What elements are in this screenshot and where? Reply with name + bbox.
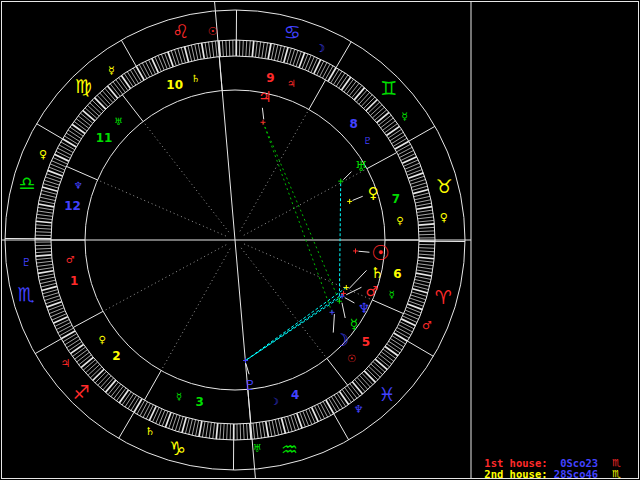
house-cusp-dotted-line — [244, 169, 367, 236]
degree-tick — [36, 221, 52, 223]
degree-tick — [381, 352, 394, 362]
degree-tick — [314, 59, 321, 73]
degree-tick — [114, 386, 124, 399]
sign-divider — [334, 414, 349, 440]
house-number-5: 5 — [362, 335, 370, 349]
degree-tick — [57, 148, 71, 155]
degree-tick — [328, 67, 336, 81]
sign-cancer-ruler-icon: ☽ — [315, 42, 325, 55]
sign-divider — [409, 126, 435, 141]
degree-tick — [191, 45, 194, 61]
degree-tick — [342, 77, 351, 90]
degree-tick — [158, 55, 164, 70]
degree-tick — [281, 418, 285, 433]
degree-tick — [417, 267, 433, 269]
degree-tick — [125, 394, 134, 407]
degree-tick — [416, 203, 432, 206]
degree-tick — [395, 141, 409, 149]
degree-tick — [149, 60, 156, 74]
house-10-ruler-icon: ♄ — [191, 73, 200, 84]
degree-tick — [354, 88, 364, 100]
degree-tick — [130, 70, 138, 84]
degree-tick — [255, 41, 257, 57]
degree-tick — [393, 138, 407, 146]
planet-saturn-pointer — [349, 270, 366, 288]
degree-tick — [247, 424, 248, 440]
planet-venus-pointer — [353, 196, 363, 200]
sign-virgo-ruler-icon: ☿ — [108, 64, 115, 77]
house-cusp-line — [73, 311, 103, 327]
degree-tick — [137, 400, 145, 414]
degree-tick — [317, 404, 324, 418]
degree-tick — [38, 204, 54, 207]
degree-tick — [361, 95, 372, 107]
degree-tick — [88, 365, 100, 376]
degree-tick — [303, 411, 309, 426]
degree-tick — [326, 400, 334, 414]
degree-tick — [226, 40, 227, 56]
degree-tick — [347, 81, 357, 94]
degree-tick — [405, 310, 420, 316]
degree-tick — [56, 322, 70, 329]
degree-tick — [198, 43, 201, 59]
degree-tick — [36, 261, 52, 263]
degree-tick — [259, 422, 261, 438]
degree-tick — [274, 45, 277, 61]
degree-tick — [416, 273, 432, 276]
degree-tick — [133, 68, 141, 82]
degree-tick — [56, 151, 70, 158]
delta-t: DeltaT = 95.5643 — [478, 396, 638, 407]
degree-tick — [320, 62, 327, 76]
sign-gemini-icon: ♊ — [380, 77, 397, 99]
house-sign-icon: ♏ — [612, 458, 621, 469]
degree-tick — [394, 333, 408, 341]
degree-tick — [209, 422, 211, 438]
chart-time: 8:08:00pm (DT -8:00 GMT) — [478, 142, 638, 153]
degree-tick — [405, 163, 420, 169]
degree-tick — [41, 286, 56, 290]
degree-tick — [246, 40, 247, 56]
chart-coordinates: 122°41'00"W 37°79'00"N — [478, 205, 638, 216]
degree-tick — [413, 190, 428, 194]
degree-tick — [145, 61, 152, 75]
degree-tick — [139, 64, 147, 78]
degree-tick — [397, 327, 411, 335]
sign-sagittarius-ruler-icon: ♃ — [60, 357, 70, 370]
sign-divider — [35, 339, 61, 354]
degree-tick — [400, 322, 414, 329]
degree-tick — [364, 371, 375, 382]
degree-tick — [412, 289, 427, 293]
house-5-ruler-icon: ☉ — [347, 353, 356, 364]
house-cusp-dotted-line — [161, 249, 230, 371]
house-12-ruler-icon: ♆ — [74, 180, 83, 191]
degree-tick — [352, 382, 362, 394]
degree-tick — [306, 410, 312, 425]
aspect-line-mars-pluto — [246, 293, 344, 360]
degree-tick — [345, 388, 355, 401]
sign-gemini-ruler-icon: ☿ — [401, 110, 408, 123]
planet-sun-icon: ☉ — [371, 241, 390, 265]
degree-tick — [417, 270, 433, 273]
planet-moon-icon: ☽ — [334, 330, 349, 350]
planet-neptune-icon: ♆ — [358, 300, 371, 316]
degree-tick — [419, 231, 435, 232]
degree-tick — [415, 279, 431, 282]
degree-tick — [83, 110, 95, 120]
degree-tick — [401, 154, 415, 161]
house-number-7: 7 — [392, 192, 400, 206]
house-number-1: 1 — [70, 274, 78, 288]
sign-libra-ruler-icon: ♀ — [39, 148, 47, 161]
degree-tick — [373, 107, 385, 118]
degree-tick — [67, 339, 80, 348]
degree-tick — [360, 375, 371, 387]
degree-tick — [152, 58, 159, 73]
sign-taurus-ruler-icon: ♀ — [440, 211, 448, 224]
house-7-ruler-icon: ♀ — [396, 215, 403, 226]
julian-day: Julian Day = 2461145.6306 — [478, 301, 638, 312]
degree-tick — [383, 121, 396, 131]
degree-tick — [195, 44, 198, 60]
degree-tick — [189, 419, 193, 435]
sign-leo-icon: ♌ — [172, 20, 189, 42]
sign-divider — [121, 40, 136, 66]
degree-tick — [95, 98, 106, 109]
